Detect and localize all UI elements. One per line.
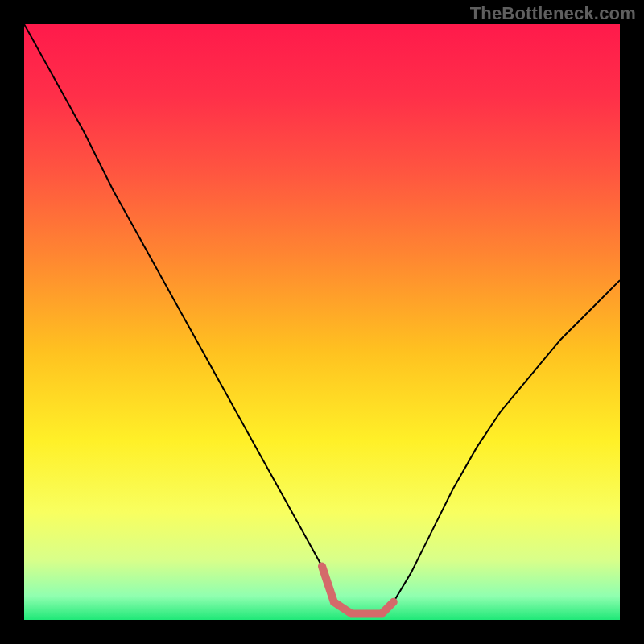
bottleneck-chart xyxy=(24,24,620,620)
chart-frame: TheBottleneck.com xyxy=(0,0,644,644)
attribution-text: TheBottleneck.com xyxy=(470,3,636,24)
gradient-background xyxy=(24,24,620,620)
